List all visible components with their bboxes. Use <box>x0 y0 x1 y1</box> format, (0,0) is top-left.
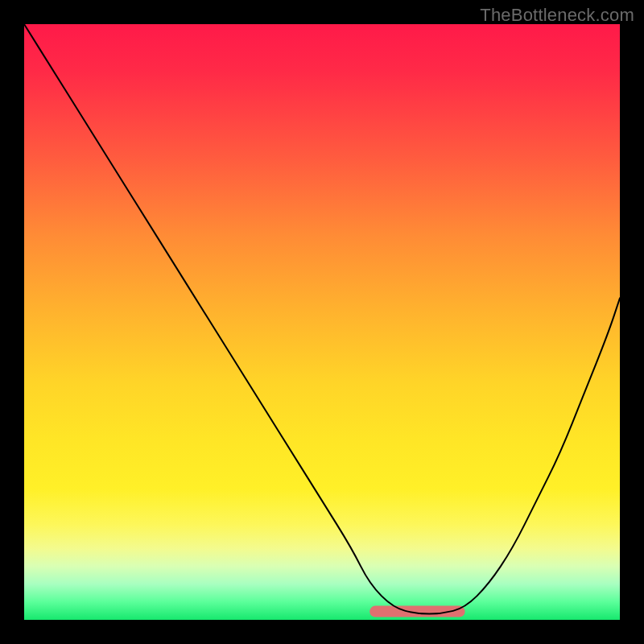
chart-frame <box>24 24 620 620</box>
bottleneck-curve-line <box>24 24 620 614</box>
watermark-text: TheBottleneck.com <box>480 5 634 26</box>
chart-svg <box>24 24 620 620</box>
chart-plot-area <box>24 24 620 620</box>
